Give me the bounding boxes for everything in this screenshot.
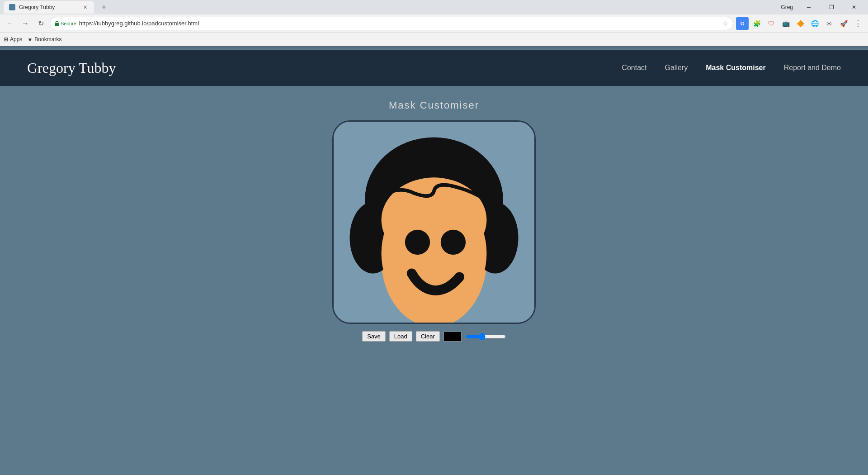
bookmarks-link[interactable]: ★ Bookmarks — [28, 36, 61, 43]
svg-rect-0 — [55, 23, 59, 26]
page-title: Mask Customiser — [389, 100, 479, 111]
save-button[interactable]: Save — [362, 331, 386, 342]
nav-gallery[interactable]: Gallery — [665, 64, 688, 72]
header-shadow — [0, 46, 868, 50]
site-main: Mask Customiser — [0, 86, 868, 355]
site-header: Gregory Tubby Contact Gallery Mask Custo… — [0, 50, 868, 86]
star-bookmarks-icon: ★ — [28, 36, 33, 43]
mask-canvas[interactable] — [332, 120, 536, 324]
browser-titlebar: Gregory Tubby ✕ + Greg ─ ❐ ✕ — [0, 0, 868, 14]
clear-button[interactable]: Clear — [416, 331, 440, 342]
bookmarks-bar: ⊞ Apps ★ Bookmarks — [0, 33, 868, 46]
browser-chrome: Gregory Tubby ✕ + Greg ─ ❐ ✕ ← → ↻ Secur… — [0, 0, 868, 46]
plugin3-icon[interactable]: ✉ — [823, 17, 835, 30]
nav-mask-customiser[interactable]: Mask Customiser — [706, 64, 766, 72]
tab-title: Gregory Tubby — [19, 4, 55, 10]
site-logo[interactable]: Gregory Tubby — [27, 60, 116, 76]
browser-tab[interactable]: Gregory Tubby ✕ — [4, 1, 94, 14]
minimize-button[interactable]: ─ — [798, 0, 819, 14]
plugin1-icon[interactable]: 🔶 — [794, 17, 807, 30]
cast-icon[interactable]: 📺 — [779, 17, 792, 30]
website: Gregory Tubby Contact Gallery Mask Custo… — [0, 50, 868, 475]
plugin4-icon[interactable]: 🚀 — [837, 17, 850, 30]
face-svg — [334, 122, 534, 323]
window-controls: Greg ─ ❐ ✕ — [781, 0, 864, 14]
secure-badge: Secure — [55, 21, 76, 26]
load-button[interactable]: Load — [389, 331, 412, 342]
back-button[interactable]: ← — [4, 17, 16, 30]
site-nav: Contact Gallery Mask Customiser Report a… — [622, 64, 841, 72]
tab-favicon — [9, 4, 15, 10]
controls-bar: Save Load Clear — [362, 331, 506, 342]
svg-point-12 — [409, 234, 424, 249]
extensions2-icon[interactable]: 🧩 — [750, 17, 763, 30]
shield-icon[interactable]: 🛡 — [765, 17, 778, 30]
plugin2-icon[interactable]: 🌐 — [808, 17, 821, 30]
reload-button[interactable]: ↻ — [34, 17, 47, 30]
apps-label: Apps — [10, 36, 22, 43]
menu-icon[interactable]: ⋮ — [852, 17, 864, 30]
bookmarks-label: Bookmarks — [34, 36, 61, 43]
brush-size-slider[interactable] — [465, 333, 506, 340]
toolbar-right: G 🧩 🛡 📺 🔶 🌐 ✉ 🚀 ⋮ — [736, 17, 864, 30]
nav-report-demo[interactable]: Report and Demo — [784, 64, 841, 72]
forward-button[interactable]: → — [19, 17, 32, 30]
address-bar[interactable]: Secure https://tubbygreg.github.io/padcu… — [50, 17, 733, 30]
secure-text: Secure — [61, 21, 76, 26]
user-name: Greg — [781, 4, 793, 10]
restore-button[interactable]: ❐ — [821, 0, 842, 14]
svg-point-14 — [444, 234, 460, 249]
apps-link[interactable]: ⊞ Apps — [4, 36, 22, 43]
url-text: https://tubbygreg.github.io/padcustomise… — [79, 20, 720, 27]
extensions-icon[interactable]: G — [736, 17, 749, 30]
color-picker[interactable] — [443, 332, 462, 342]
tab-close-btn[interactable]: ✕ — [81, 4, 89, 11]
close-button[interactable]: ✕ — [844, 0, 864, 14]
apps-grid-icon: ⊞ — [4, 36, 8, 43]
star-icon[interactable]: ☆ — [722, 20, 728, 27]
browser-toolbar: ← → ↻ Secure https://tubbygreg.github.io… — [0, 14, 868, 33]
nav-contact[interactable]: Contact — [622, 64, 646, 72]
new-tab-button[interactable]: + — [98, 1, 110, 14]
